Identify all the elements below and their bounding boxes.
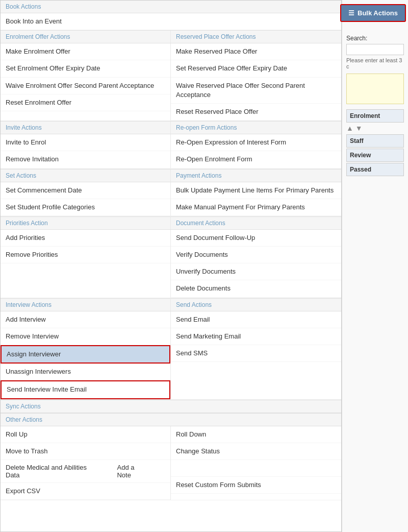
priorities-action-header: Priorities Action: [1, 217, 171, 229]
send-actions-header: Send Actions: [171, 299, 341, 311]
interview-actions-header: Interview Actions: [1, 299, 171, 311]
set-actions-header: Set Actions: [1, 170, 171, 182]
right-sidebar: Search: Please enter at least 3 c Enrolm…: [342, 0, 408, 532]
move-to-trash[interactable]: Move to Trash: [1, 443, 170, 460]
send-interview-invite-email[interactable]: Send Interview Invite Email: [1, 380, 170, 399]
make-enrolment-offer[interactable]: Make Enrolment Offer: [1, 43, 170, 60]
set-reserved-place-offer-expiry[interactable]: Set Reserved Place Offer Expiry Date: [171, 60, 341, 77]
export-csv[interactable]: Export CSV: [1, 483, 170, 500]
search-input[interactable]: [346, 44, 404, 55]
book-into-event[interactable]: Book Into an Event: [1, 13, 341, 30]
empty-right-1: [171, 460, 341, 477]
dropdown-panel: Book Actions Book Into an Event Enrolmen…: [0, 0, 342, 532]
roll-up[interactable]: Roll Up: [1, 426, 170, 443]
reset-reserved-place-offer[interactable]: Reset Reserved Place Offer: [171, 104, 341, 120]
add-interview[interactable]: Add Interview: [1, 311, 170, 328]
staff-header: Staff: [346, 134, 404, 148]
book-actions-header: Book Actions: [1, 1, 341, 13]
payment-actions-header: Payment Actions: [171, 170, 341, 182]
delete-documents[interactable]: Delete Documents: [171, 280, 341, 297]
search-hint: Please enter at least 3 c: [346, 57, 404, 69]
scroll-down-icon[interactable]: ▼: [355, 124, 363, 132]
send-email[interactable]: Send Email: [171, 311, 341, 328]
delete-and-note-row: Delete Medical and Abilities Data Add a …: [1, 460, 170, 483]
search-result-box: [346, 74, 404, 104]
scroll-up-icon[interactable]: ▲: [346, 124, 353, 132]
roll-down[interactable]: Roll Down: [171, 426, 341, 443]
enrolment-header: Enrolment: [346, 109, 404, 123]
change-status[interactable]: Change Status: [171, 443, 341, 460]
add-a-note[interactable]: Add a Note: [117, 464, 150, 479]
sync-actions-header: Sync Actions: [1, 400, 341, 413]
passed-header: Passed: [346, 163, 404, 176]
reset-custom-form-submits[interactable]: Reset Custom Form Submits: [171, 477, 341, 494]
bulk-update-payment[interactable]: Bulk Update Payment Line Items For Prima…: [171, 182, 341, 199]
reopen-form-actions-header: Re-open Form Actions: [171, 122, 341, 134]
bulk-actions-button[interactable]: ☰ Bulk Actions: [340, 4, 406, 22]
remove-priorities[interactable]: Remove Priorities: [1, 247, 170, 263]
send-document-followup[interactable]: Send Document Follow-Up: [171, 230, 341, 247]
enrolment-offer-actions-header: Enrolment Offer Actions: [1, 31, 171, 43]
make-manual-payment[interactable]: Make Manual Payment For Primary Parents: [171, 199, 341, 216]
reserved-place-offer-actions-header: Reserved Place Offer Actions: [171, 31, 341, 43]
verify-documents[interactable]: Verify Documents: [171, 247, 341, 263]
add-priorities[interactable]: Add Priorities: [1, 230, 170, 247]
invite-actions-header: Invite Actions: [1, 122, 171, 134]
search-label: Search:: [346, 35, 404, 42]
unverify-documents[interactable]: Unverify Documents: [171, 263, 341, 280]
unassign-interviewers[interactable]: Unassign Interviewers: [1, 364, 170, 380]
sidebar-table: Enrolment ▲ ▼ Staff Review Passed: [346, 109, 404, 176]
make-reserved-place-offer[interactable]: Make Reserved Place Offer: [171, 43, 341, 60]
send-sms[interactable]: Send SMS: [171, 345, 341, 362]
remove-interview[interactable]: Remove Interview: [1, 328, 170, 345]
set-enrolment-offer-expiry[interactable]: Set Enrolment Offer Expiry Date: [1, 60, 170, 77]
invite-to-enrol[interactable]: Invite to Enrol: [1, 134, 170, 151]
set-student-profile-categories[interactable]: Set Student Profile Categories: [1, 199, 170, 216]
bulk-actions-icon: ☰: [348, 9, 354, 17]
assign-interviewer[interactable]: Assign Interviewer: [1, 345, 170, 364]
set-commencement-date[interactable]: Set Commencement Date: [1, 182, 170, 199]
review-header: Review: [346, 149, 404, 162]
other-actions-header: Other Actions: [1, 413, 341, 426]
waive-reserved-place-offer[interactable]: Waive Reserved Place Offer Second Parent…: [171, 78, 341, 104]
bulk-actions-label: Bulk Actions: [358, 9, 398, 17]
reset-enrolment-offer[interactable]: Reset Enrolment Offer: [1, 94, 170, 111]
reopen-enrolment-form[interactable]: Re-Open Enrolment Form: [171, 151, 341, 168]
document-actions-header: Document Actions: [171, 217, 341, 229]
delete-medical-abilities[interactable]: Delete Medical and Abilities Data: [6, 464, 101, 479]
waive-enrolment-offer[interactable]: Waive Enrolment Offer Second Parent Acce…: [1, 78, 170, 94]
reopen-expression-form[interactable]: Re-Open Expression of Interest Form: [171, 134, 341, 151]
remove-invitation[interactable]: Remove Invitation: [1, 151, 170, 168]
send-marketing-email[interactable]: Send Marketing Email: [171, 328, 341, 345]
